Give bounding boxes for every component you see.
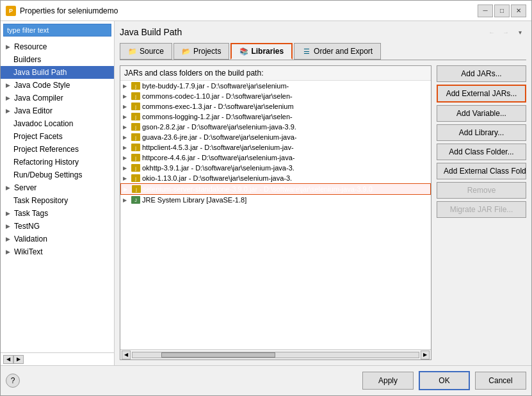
bottom-bar: ? Apply OK Cancel [1, 365, 531, 395]
projects-tab-icon: 📂 [182, 47, 191, 56]
jar-item[interactable]: ▶jhttpclient-4.5.3.jar - D:\software\jar… [120, 142, 431, 153]
jar-name: commons-logging-1.2.jar - D:\software\ja… [142, 113, 293, 120]
sidebar-item-validation[interactable]: ▶Validation [1, 233, 114, 245]
main-content: ▶ResourceBuildersJava Build Path▶Java Co… [1, 21, 531, 365]
jar-item[interactable]: ▶jcommons-logging-1.2.jar - D:\software\… [120, 111, 431, 122]
sidebar-item-label: Project References [13, 145, 79, 154]
action-buttons: Add JARs...Add External JARs...Add Varia… [437, 65, 526, 360]
sidebar-scroll-right[interactable]: ▶ [13, 355, 24, 364]
jar-item[interactable]: ▶jcommons-codec-1.10.jar - D:\software\j… [120, 91, 431, 101]
tab-source[interactable]: 📁 Source [120, 43, 172, 60]
jar-item[interactable]: ▶jhttpcore-4.4.6.jar - D:\software\jar\s… [120, 153, 431, 163]
sidebar-item-server[interactable]: ▶Server [1, 181, 114, 194]
close-button[interactable]: ✕ [511, 4, 526, 17]
jar-name: okhttp-3.9.1.jar - D:\software\jar\selen… [142, 164, 294, 172]
jar-item[interactable]: ▶jokio-1.13.0.jar - D:\software\jar\sele… [120, 173, 431, 183]
jar-icon: j [131, 144, 140, 151]
right-panel: Java Build Path ← → ▾ 📁 Source 📂 Project… [115, 21, 531, 365]
sidebar-item-task-tags[interactable]: ▶Task Tags [1, 207, 114, 220]
sidebar-item-label: Project Facets [13, 132, 63, 141]
content-area: JARs and class folders on the build path… [120, 65, 526, 360]
order-tab-icon: ☰ [302, 47, 311, 56]
sidebar-item-java-compiler[interactable]: ▶Java Compiler [1, 92, 114, 104]
nav-buttons: ← → ▾ [485, 26, 526, 38]
jar-name: JRE System Library [JavaSE-1.8] [142, 196, 246, 204]
window-controls: ─ □ ✕ [478, 4, 526, 17]
sidebar-item-label: TestNG [14, 222, 40, 231]
nav-dropdown-button[interactable]: ▾ [513, 26, 526, 38]
filter-input[interactable] [3, 24, 111, 37]
jar-icon: j [131, 103, 140, 110]
add-external-class-folder-button[interactable]: Add External Class Folder... [437, 163, 526, 179]
scroll-track[interactable] [132, 352, 419, 358]
source-tab-icon: 📁 [128, 47, 137, 56]
jar-name: selenium-server-standalone-3.9.0.jar - D… [143, 185, 373, 193]
sidebar-scroll-left[interactable]: ◀ [3, 355, 13, 364]
jar-expand-arrow: ▶ [123, 135, 129, 140]
add-external-jars-button[interactable]: Add External JARs... [437, 85, 526, 103]
help-button[interactable]: ? [6, 374, 20, 388]
sidebar-item-label: Java Editor [14, 106, 52, 115]
maximize-button[interactable]: □ [494, 4, 510, 17]
sidebar-item-java-editor[interactable]: ▶Java Editor [1, 104, 114, 117]
jar-item[interactable]: ▶jgson-2.8.2.jar - D:\software\jar\selen… [120, 122, 431, 132]
sidebar-item-java-code-style[interactable]: ▶Java Code Style [1, 79, 114, 92]
jar-expand-arrow: ▶ [123, 104, 129, 110]
jar-name: guava-23.6-jre.jar - D:\software\jar\sel… [142, 133, 296, 141]
nav-back-button[interactable]: ← [485, 26, 498, 38]
sidebar-item-java-build-path[interactable]: Java Build Path [1, 66, 114, 79]
sidebar-item-project-references[interactable]: Project References [1, 143, 114, 156]
scroll-right-arrow[interactable]: ▶ [421, 351, 430, 359]
jar-icon: j [131, 113, 140, 120]
jar-expand-arrow: ▶ [123, 114, 129, 120]
sidebar-arrow: ▶ [6, 236, 10, 242]
jar-icon: j [131, 82, 140, 90]
add-class-folder-button[interactable]: Add Class Folder... [437, 144, 526, 160]
jar-name: okio-1.13.0.jar - D:\software\jar\seleni… [142, 174, 292, 182]
add-library-button[interactable]: Add Library... [437, 124, 526, 141]
sidebar-item-label: Server [14, 183, 36, 192]
sidebar-item-project-facets[interactable]: Project Facets [1, 130, 114, 143]
sidebar-item-label: Run/Debug Settings [13, 170, 82, 179]
tabs-container: 📁 Source 📂 Projects 📚 Libraries ☰ Order … [120, 43, 526, 60]
jar-expand-arrow: ▶ [123, 94, 129, 99]
sidebar-item-run/debug-settings[interactable]: Run/Debug Settings [1, 169, 114, 181]
sidebar-item-refactoring-history[interactable]: Refactoring History [1, 156, 114, 169]
jars-scrollbar: ◀ ▶ [120, 349, 431, 359]
jar-name: byte-buddy-1.7.9.jar - D:\software\jar\s… [142, 82, 289, 90]
sidebar-arrow: ▶ [6, 44, 10, 50]
jar-item[interactable]: ▶jselenium-server-standalone-3.9.0.jar -… [120, 183, 431, 195]
ok-button[interactable]: OK [419, 371, 470, 390]
add-variable-button[interactable]: Add Variable... [437, 105, 526, 122]
jar-item[interactable]: ▶jbyte-buddy-1.7.9.jar - D:\software\jar… [120, 81, 431, 91]
sidebar-item-resource[interactable]: ▶Resource [1, 40, 114, 53]
scroll-left-arrow[interactable]: ◀ [122, 351, 131, 359]
sidebar-item-wikitext[interactable]: ▶WikiText [1, 245, 114, 258]
jar-item[interactable]: ▶jguava-23.6-jre.jar - D:\software\jar\s… [120, 132, 431, 142]
jar-item[interactable]: ▶JJRE System Library [JavaSE-1.8] [120, 195, 431, 205]
cancel-button[interactable]: Cancel [475, 372, 526, 390]
tab-libraries[interactable]: 📚 Libraries [230, 43, 293, 60]
sidebar-item-builders[interactable]: Builders [1, 53, 114, 66]
sidebar-item-task-repository[interactable]: Task Repository [1, 194, 114, 207]
jars-list[interactable]: ▶jbyte-buddy-1.7.9.jar - D:\software\jar… [120, 81, 431, 349]
jar-expand-arrow: ▶ [123, 197, 129, 203]
remove-button: Remove [437, 182, 526, 199]
jre-icon: J [131, 196, 140, 204]
sidebar-item-testng[interactable]: ▶TestNG [1, 220, 114, 233]
tab-order[interactable]: ☰ Order and Export [294, 43, 381, 60]
jar-item[interactable]: ▶jcommons-exec-1.3.jar - D:\software\jar… [120, 101, 431, 111]
window-icon: P [6, 6, 16, 16]
jar-icon: j [131, 174, 140, 182]
jar-item[interactable]: ▶jokhttp-3.9.1.jar - D:\software\jar\sel… [120, 163, 431, 173]
sidebar-item-javadoc-location[interactable]: Javadoc Location [1, 117, 114, 130]
nav-forward-button[interactable]: → [499, 26, 512, 38]
minimize-button[interactable]: ─ [478, 4, 493, 17]
add-jars-button[interactable]: Add JARs... [437, 65, 526, 82]
tab-projects[interactable]: 📂 Projects [173, 43, 229, 60]
sidebar: ▶ResourceBuildersJava Build Path▶Java Co… [1, 21, 115, 365]
sidebar-item-label: WikiText [14, 247, 43, 256]
apply-button[interactable]: Apply [362, 372, 414, 390]
sidebar-arrow: ▶ [6, 82, 10, 88]
tab-projects-label: Projects [193, 47, 221, 56]
